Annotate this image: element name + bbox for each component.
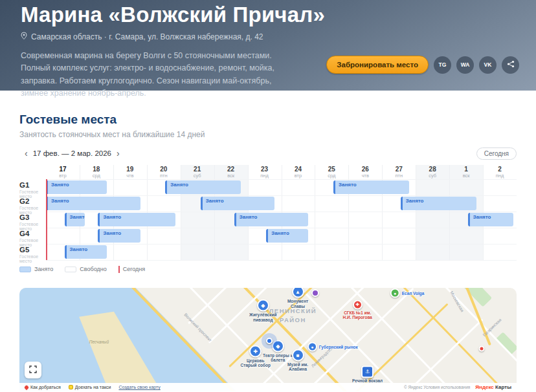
berth-row-label: G4Гостевое место bbox=[19, 228, 46, 244]
day-header: 26чтв bbox=[348, 165, 382, 179]
booking-bar[interactable]: Занято bbox=[98, 213, 175, 226]
poi-label: Музей им. Алабина bbox=[280, 362, 315, 372]
social-button-wa[interactable]: WA bbox=[456, 56, 474, 74]
free-chip bbox=[65, 267, 76, 272]
booking-bar[interactable]: Занято bbox=[46, 180, 107, 194]
booking-bar[interactable]: Занято bbox=[401, 197, 476, 210]
guest-places-section: Гостевые места Занятость стояночных мест… bbox=[0, 113, 536, 273]
busy-chip bbox=[19, 267, 31, 272]
berth-row-label: G5Гостевое место bbox=[19, 244, 46, 260]
row-divider bbox=[46, 212, 517, 212]
map-expand-button[interactable] bbox=[25, 362, 41, 378]
poi-icon: ■ bbox=[292, 349, 304, 362]
map-poi[interactable]: ◆Жигулёвский пивзавод bbox=[245, 299, 280, 322]
poi-icon: ⚓ bbox=[361, 366, 374, 378]
today-mark bbox=[118, 266, 120, 273]
day-header: 25срд bbox=[315, 165, 348, 179]
row-divider bbox=[46, 228, 517, 228]
poi-label: Губернский рынок bbox=[319, 345, 358, 349]
booking-bar[interactable]: Занято bbox=[65, 213, 85, 226]
booking-bar[interactable]: Занято bbox=[468, 213, 513, 226]
gantt-legend: ЗанятоСвободноСегодня bbox=[19, 265, 517, 273]
poi-label: Монумент Славы bbox=[280, 299, 315, 309]
poi-icon: ✚ bbox=[353, 299, 363, 309]
section-subtitle: Занятость стояночных мест на ближайшие 1… bbox=[19, 130, 517, 139]
hero-header: Марина «Волжский Причал» Самарская облас… bbox=[0, 0, 536, 91]
booking-bar[interactable]: Занято bbox=[165, 180, 241, 194]
legend-item-today: Сегодня bbox=[118, 266, 146, 273]
map-copyright[interactable]: © Яндекс Условия использования bbox=[404, 385, 470, 389]
poi-icon: ◆ bbox=[257, 299, 269, 312]
today-button[interactable]: Сегодня bbox=[476, 147, 517, 160]
day-header: 18срд bbox=[80, 165, 113, 179]
today-line bbox=[46, 179, 47, 260]
day-header: 24втр bbox=[282, 165, 315, 179]
location-pin-icon bbox=[21, 32, 27, 41]
legend-item-free: Свободно bbox=[65, 266, 106, 272]
day-header: 27птн bbox=[382, 165, 416, 179]
map-poi[interactable]: ●Есап Volga bbox=[390, 289, 425, 298]
booking-bar[interactable]: Занято bbox=[201, 197, 274, 210]
next-period-button[interactable]: › bbox=[111, 149, 125, 158]
expand-icon bbox=[29, 365, 37, 375]
poi-label: Есап Volga bbox=[402, 291, 425, 296]
map-poi[interactable]: ✚СГКБ №1 им. Н.И. Пирогова bbox=[340, 299, 375, 320]
date-range-label: 17 фев. — 2 мар. 2026 bbox=[33, 149, 111, 157]
location-text: Самарская область · г. Самара, ул. Волжс… bbox=[31, 32, 263, 41]
berth-row-label: G3Гостевое место bbox=[19, 212, 46, 228]
day-header: 21суб bbox=[181, 165, 214, 179]
row-divider bbox=[46, 195, 517, 196]
day-header: 19чтв bbox=[113, 165, 147, 179]
map[interactable]: Волжский проспектЛенинградскаяМосковская… bbox=[19, 288, 517, 391]
booking-bar[interactable]: Занято bbox=[266, 229, 308, 243]
booking-bar[interactable]: Занято bbox=[46, 197, 140, 210]
day-header: 23пнд bbox=[248, 165, 282, 179]
booking-bar[interactable]: Занято bbox=[98, 229, 140, 243]
row-divider bbox=[46, 260, 517, 261]
day-header: 22вск bbox=[214, 165, 248, 179]
booking-bar[interactable]: Занято bbox=[333, 180, 409, 194]
yandex-maps-logo[interactable]: Яндекс Карты bbox=[475, 384, 511, 390]
poi-label: СГКБ №1 им. Н.И. Пирогова bbox=[340, 310, 375, 320]
map-poi[interactable]: ▲Монумент Славы bbox=[280, 288, 315, 309]
berth-row-label: G2Гостевое место bbox=[19, 195, 46, 212]
legend-item-busy: Занято bbox=[19, 266, 53, 272]
share-button[interactable] bbox=[502, 56, 519, 74]
share-icon bbox=[507, 60, 515, 69]
park-area bbox=[495, 332, 517, 356]
row-divider bbox=[46, 244, 517, 245]
marina-marker[interactable] bbox=[266, 338, 273, 344]
social-button-tg[interactable]: TG bbox=[434, 56, 451, 74]
street-label: Волжский проспект bbox=[184, 312, 213, 342]
poi-dot[interactable] bbox=[479, 346, 485, 352]
gantt-grid[interactable]: 17втр18срд19чтв20птн21суб22вск23пнд24втр… bbox=[46, 165, 517, 260]
section-title: Гостевые места bbox=[19, 113, 517, 127]
poi-icon: ● bbox=[390, 289, 400, 298]
row-divider bbox=[46, 179, 517, 180]
availability-gantt: G1Гостевое местоG2Гостевое местоG3Гостев… bbox=[19, 165, 517, 260]
poi-icon: ▲ bbox=[292, 288, 304, 298]
date-navigation: ‹ 17 фев. — 2 мар. 2026 › Сегодня bbox=[19, 147, 517, 160]
poi-label: Жигулёвский пивзавод bbox=[245, 312, 280, 322]
directions-button[interactable]: Как добраться bbox=[25, 385, 61, 389]
day-header: 20птн bbox=[147, 165, 181, 179]
map-poi[interactable]: ⚓Речной вокзал bbox=[350, 366, 385, 384]
prev-period-button[interactable]: ‹ bbox=[19, 149, 33, 158]
taxi-button[interactable]: Доехать на такси bbox=[69, 385, 111, 389]
booking-bar[interactable]: Занято bbox=[234, 213, 308, 226]
map-footer: Как добраться Доехать на такси Создать с… bbox=[19, 383, 517, 391]
book-place-button[interactable]: Забронировать место bbox=[326, 56, 429, 74]
create-map-link[interactable]: Создать свою карту bbox=[118, 385, 160, 389]
poi-label: Церковь Старый собор bbox=[238, 358, 273, 367]
page-title: Марина «Волжский Причал» bbox=[21, 3, 518, 27]
street-label: Московская bbox=[449, 290, 465, 312]
taxi-icon bbox=[69, 385, 73, 389]
map-poi[interactable]: ■Музей им. Алабина bbox=[280, 349, 315, 372]
day-header: 2пнд bbox=[483, 165, 517, 179]
berth-row-label: G1Гостевое место bbox=[19, 179, 46, 195]
booking-bar[interactable]: Занято bbox=[65, 245, 107, 259]
pin-icon bbox=[24, 384, 29, 389]
social-button-vk[interactable]: VK bbox=[479, 56, 497, 74]
day-header: 17втр bbox=[46, 165, 80, 179]
poi-dot[interactable] bbox=[311, 289, 319, 297]
